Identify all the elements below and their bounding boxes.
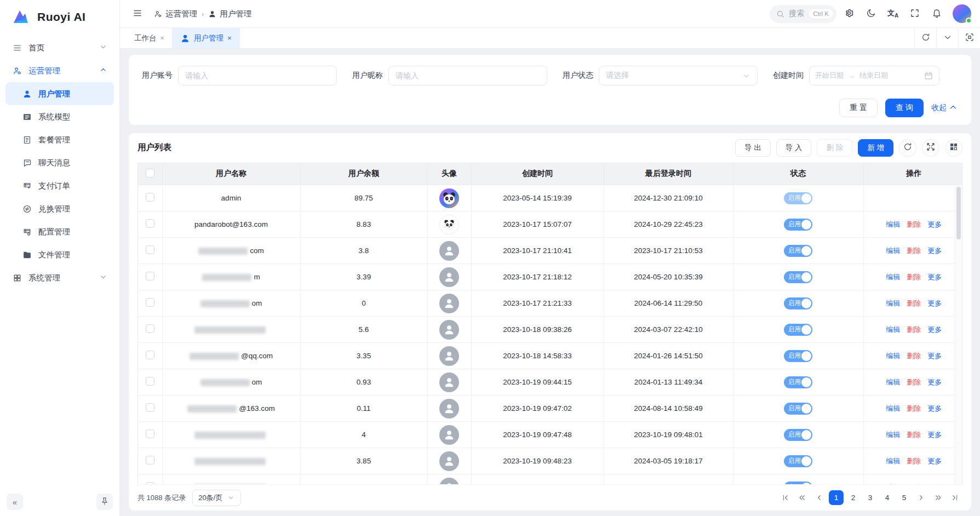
delete-action-link[interactable]: 删除: [907, 430, 921, 440]
jump-back-button[interactable]: [795, 490, 810, 505]
delete-action-link[interactable]: 删除: [907, 377, 921, 387]
status-toggle[interactable]: 启用: [784, 219, 812, 231]
account-input[interactable]: [178, 66, 337, 85]
sidebar-item-首页[interactable]: 首页: [5, 36, 114, 59]
row-checkbox[interactable]: [146, 351, 154, 359]
delete-action-link[interactable]: 删除: [907, 351, 921, 361]
tab-refresh-button[interactable]: [914, 28, 936, 48]
page-button-3[interactable]: 3: [863, 490, 878, 505]
more-action-link[interactable]: 更多: [927, 404, 942, 414]
status-toggle[interactable]: 启用: [784, 455, 812, 467]
nickname-input[interactable]: [388, 66, 547, 85]
row-checkbox[interactable]: [146, 324, 154, 333]
tab-menu-button[interactable]: [936, 28, 958, 48]
more-action-link[interactable]: 更多: [927, 351, 942, 361]
delete-action-link[interactable]: 删除: [907, 456, 921, 466]
app-logo[interactable]: Ruoyi AI: [0, 0, 119, 34]
sidebar-item-系统模型[interactable]: 系统模型: [5, 105, 114, 128]
page-button-4[interactable]: 4: [880, 490, 895, 505]
more-action-link[interactable]: 更多: [927, 456, 942, 466]
delete-action-link[interactable]: 删除: [907, 246, 921, 256]
collapse-filter-link[interactable]: 收起: [931, 102, 958, 114]
row-checkbox[interactable]: [146, 272, 154, 280]
tab-maximize-button[interactable]: [958, 28, 980, 48]
row-checkbox[interactable]: [146, 403, 154, 412]
scrollbar-thumb[interactable]: [956, 187, 961, 239]
sidebar-item-聊天消息[interactable]: 聊天消息: [5, 151, 114, 174]
page-size-select[interactable]: 20条/页: [192, 490, 241, 506]
more-action-link[interactable]: 更多: [927, 299, 942, 308]
status-toggle[interactable]: 启用: [784, 481, 812, 485]
user-avatar[interactable]: [953, 4, 971, 23]
more-action-link[interactable]: 更多: [927, 325, 942, 335]
reset-button[interactable]: 重 置: [839, 99, 878, 117]
jump-forward-button[interactable]: [931, 490, 945, 505]
edit-action-link[interactable]: 编辑: [886, 246, 900, 256]
page-button-5[interactable]: 5: [897, 490, 912, 505]
more-action-link[interactable]: 更多: [927, 246, 942, 256]
row-checkbox[interactable]: [146, 377, 154, 386]
settings-button[interactable]: [840, 4, 858, 23]
row-checkbox[interactable]: [146, 298, 154, 307]
row-checkbox[interactable]: [146, 219, 154, 228]
global-search[interactable]: 搜索 Ctrl K: [770, 5, 836, 23]
edit-action-link[interactable]: 编辑: [886, 456, 900, 466]
status-toggle[interactable]: 启用: [784, 350, 812, 362]
more-action-link[interactable]: 更多: [927, 430, 942, 440]
status-toggle[interactable]: 启用: [784, 192, 812, 204]
status-toggle[interactable]: 启用: [784, 324, 812, 336]
sidebar-item-兑换管理[interactable]: 兑换管理: [5, 197, 114, 220]
row-checkbox[interactable]: [146, 193, 154, 202]
delete-action-link[interactable]: 删除: [907, 325, 921, 335]
edit-action-link[interactable]: 编辑: [886, 430, 900, 440]
breadcrumb-user-management[interactable]: 用户管理: [208, 9, 251, 19]
fullscreen-button[interactable]: [906, 4, 924, 23]
delete-action-link[interactable]: 删除: [907, 404, 921, 414]
edit-action-link[interactable]: 编辑: [886, 272, 900, 282]
delete-action-link[interactable]: 删除: [907, 299, 921, 308]
row-checkbox[interactable]: [146, 429, 154, 438]
select-all-checkbox[interactable]: [146, 169, 154, 177]
export-button[interactable]: 导 出: [735, 139, 771, 157]
sidebar-item-文件管理[interactable]: 文件管理: [5, 243, 114, 266]
edit-action-link[interactable]: 编辑: [886, 351, 900, 361]
previous-page-button[interactable]: [812, 490, 827, 505]
status-toggle[interactable]: 启用: [784, 429, 812, 441]
sidebar-item-系统管理[interactable]: 系统管理: [5, 266, 114, 289]
notifications-button[interactable]: [927, 4, 946, 23]
row-checkbox[interactable]: [146, 482, 154, 484]
edit-action-link[interactable]: 编辑: [886, 325, 900, 335]
edit-action-link[interactable]: 编辑: [886, 299, 900, 308]
more-action-link[interactable]: 更多: [927, 377, 942, 387]
table-scrollbar[interactable]: [955, 186, 962, 485]
status-toggle[interactable]: 启用: [784, 297, 812, 309]
query-button[interactable]: 查 询: [885, 99, 924, 117]
more-action-link[interactable]: 更多: [927, 483, 942, 485]
sidebar-item-配置管理[interactable]: 配置管理: [5, 220, 114, 243]
sidebar-collapse-button[interactable]: «: [7, 494, 23, 510]
status-toggle[interactable]: 启用: [784, 376, 812, 388]
status-toggle[interactable]: 启用: [784, 403, 812, 415]
row-checkbox[interactable]: [146, 456, 154, 465]
delete-button[interactable]: 删 除: [817, 139, 852, 157]
sidebar-item-用户管理[interactable]: 用户管理: [5, 82, 114, 105]
tab-user-management[interactable]: 用户管理 ×: [173, 28, 240, 48]
import-button[interactable]: 导 入: [776, 139, 812, 157]
delete-action-link[interactable]: 删除: [907, 483, 921, 485]
breadcrumb-operations[interactable]: 运营管理: [154, 9, 197, 19]
sidebar-item-支付订单[interactable]: 支付订单: [5, 174, 114, 197]
edit-action-link[interactable]: 编辑: [886, 220, 900, 230]
more-action-link[interactable]: 更多: [927, 272, 942, 282]
dark-mode-button[interactable]: [862, 4, 880, 23]
hamburger-menu-button[interactable]: [129, 5, 146, 22]
delete-action-link[interactable]: 删除: [907, 220, 921, 230]
table-refresh-button[interactable]: [899, 139, 916, 157]
tab-close-icon[interactable]: ×: [227, 34, 232, 42]
sidebar-item-套餐管理[interactable]: 套餐管理: [5, 128, 114, 151]
add-button[interactable]: 新 增: [858, 139, 893, 157]
table-fullscreen-button[interactable]: [922, 139, 939, 157]
edit-action-link[interactable]: 编辑: [886, 377, 900, 387]
page-button-1[interactable]: 1: [829, 490, 844, 505]
date-range-picker[interactable]: 开始日期 → 结束日期: [809, 66, 939, 85]
language-button[interactable]: 文A: [884, 4, 902, 23]
